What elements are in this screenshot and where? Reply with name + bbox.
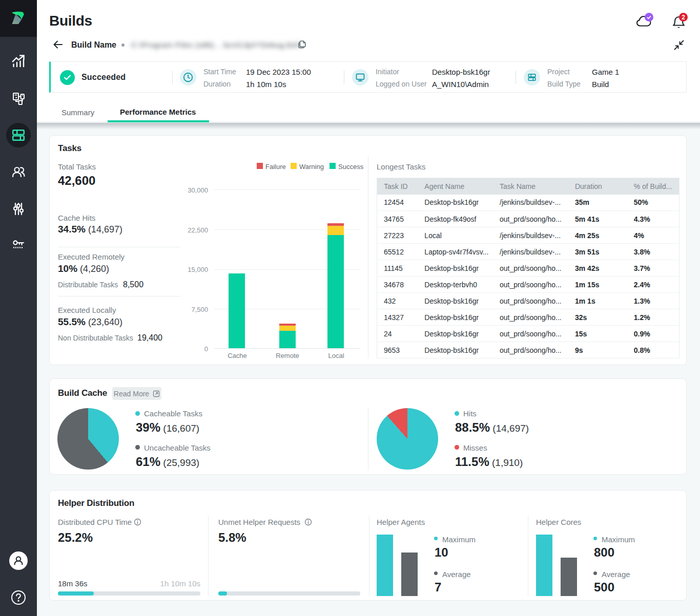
svg-text:2: 2 <box>682 14 685 21</box>
